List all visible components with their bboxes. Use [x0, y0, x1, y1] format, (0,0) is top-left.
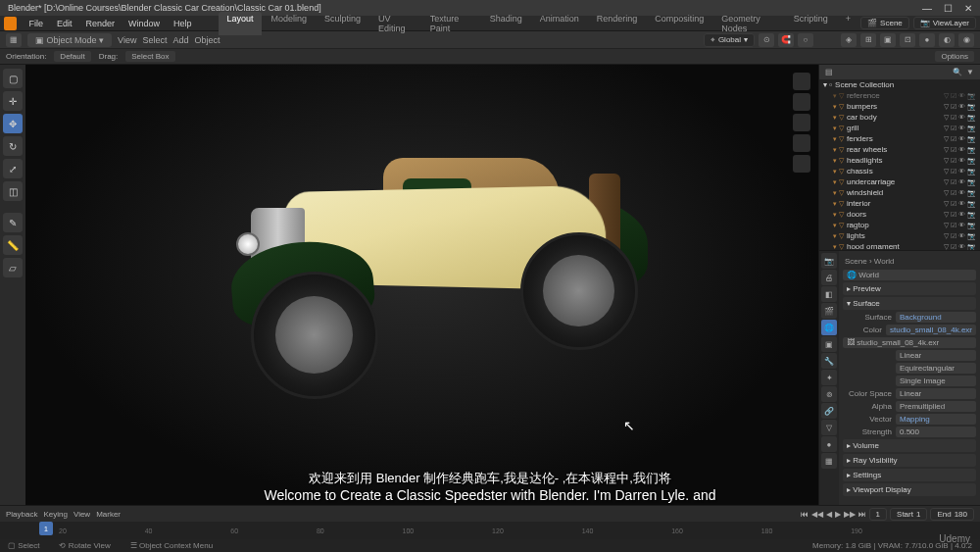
transform-orientation[interactable]: ⌖ Global ▾	[704, 33, 755, 47]
frame-end[interactable]: End 180	[930, 508, 974, 521]
outliner-item[interactable]: ▾ ▽grill▽ ☑ 👁 📷	[819, 123, 980, 133]
timeline-view-menu[interactable]: View	[74, 510, 90, 519]
tab-uv-editing[interactable]: UV Editing	[370, 12, 420, 35]
outliner-item[interactable]: ▾ ▽lights▽ ☑ 👁 📷	[819, 230, 980, 241]
camera-gizmo-icon[interactable]	[793, 134, 810, 152]
scene-selector[interactable]: 🎬 Scene	[860, 17, 909, 29]
tab-scripting[interactable]: Scripting	[786, 12, 836, 35]
frame-current[interactable]: 1	[869, 508, 887, 521]
tool-rotate[interactable]: ↻	[3, 136, 23, 156]
jump-start-icon[interactable]: ⏮	[801, 510, 808, 519]
tab-layout[interactable]: Layout	[219, 12, 261, 35]
props-tab-particle[interactable]: ✦	[821, 370, 837, 385]
outliner-item[interactable]: ▾ ▽windshield▽ ☑ 👁 📷	[819, 187, 980, 198]
props-tab-render[interactable]: 📷	[821, 253, 837, 269]
strength-value[interactable]: 0.500	[896, 427, 976, 437]
section-rayvis[interactable]: ▸ Ray Visibility	[843, 454, 976, 467]
nav-gizmo-icon[interactable]	[793, 73, 810, 90]
outliner-item[interactable]: ▾ ▽fenders▽ ☑ 👁 📷	[819, 133, 980, 144]
tool-measure[interactable]: 📏	[3, 235, 23, 255]
tool-transform[interactable]: ◫	[3, 181, 23, 201]
shading-wire-icon[interactable]: ⊡	[900, 33, 915, 47]
tab-modeling[interactable]: Modeling	[264, 12, 316, 35]
outliner-item[interactable]: ▾ ▽undercarriage▽ ☑ 👁 📷	[819, 176, 980, 187]
outliner-item[interactable]: ▾ ▽doors▽ ☑ 👁 📷	[819, 209, 980, 220]
object-menu[interactable]: Object	[194, 35, 220, 45]
close-icon[interactable]: ✕	[964, 3, 972, 14]
next-key-icon[interactable]: ▶▶	[844, 510, 856, 519]
projection-mode[interactable]: Equirectangular	[896, 363, 976, 374]
section-viewport-display[interactable]: ▸ Viewport Display	[843, 483, 976, 496]
mode-selector[interactable]: ▣ Object Mode ▾	[27, 33, 112, 47]
props-tab-modifier[interactable]: 🔧	[821, 353, 837, 369]
shading-matprev-icon[interactable]: ◐	[939, 33, 955, 47]
filter-icon[interactable]: ▤	[825, 68, 833, 76]
menu-window[interactable]: Window	[122, 19, 166, 28]
tab-compositing[interactable]: Compositing	[647, 12, 711, 35]
timeline-playback-menu[interactable]: Playback	[6, 510, 37, 519]
menu-help[interactable]: Help	[168, 19, 198, 28]
search-icon[interactable]: 🔍	[953, 68, 962, 76]
props-tab-texture[interactable]: ▦	[821, 453, 837, 469]
jump-end-icon[interactable]: ⏭	[858, 510, 866, 519]
props-tab-physics[interactable]: ⊚	[821, 386, 837, 402]
tool-select-box[interactable]: ▢	[3, 69, 23, 88]
view-menu[interactable]: View	[118, 35, 136, 45]
section-volume[interactable]: ▸ Volume	[843, 439, 976, 452]
tab-shading[interactable]: Shading	[482, 12, 530, 35]
alpha-mode[interactable]: Premultiplied	[896, 401, 976, 412]
tool-cursor[interactable]: ✛	[3, 91, 23, 111]
tab-animation[interactable]: Animation	[532, 12, 587, 35]
snap-icon[interactable]: 🧲	[778, 33, 794, 47]
prev-key-icon[interactable]: ◀◀	[811, 510, 823, 519]
timeline-marker-menu[interactable]: Marker	[96, 510, 121, 519]
outliner-item[interactable]: ▾ ▽reference▽ ☑ 👁 📷	[819, 90, 980, 101]
section-preview[interactable]: ▸ Preview	[843, 282, 976, 295]
blender-logo-icon[interactable]	[4, 17, 17, 30]
tab-rendering[interactable]: Rendering	[589, 12, 646, 35]
tab-sculpting[interactable]: Sculpting	[317, 12, 368, 35]
outliner-item[interactable]: ▾ ▽car body▽ ☑ 👁 📷	[819, 112, 980, 123]
props-tab-output[interactable]: 🖨	[821, 270, 837, 285]
viewlayer-selector[interactable]: 📷 ViewLayer	[913, 17, 976, 29]
shading-solid-icon[interactable]: ●	[919, 33, 935, 47]
pan-gizmo-icon[interactable]	[793, 114, 810, 131]
drag-value[interactable]: Select Box	[125, 51, 174, 62]
image-mode[interactable]: Single Image	[896, 376, 976, 386]
colorspace[interactable]: Linear	[896, 388, 976, 399]
outliner-scene-collection[interactable]: ▾ ▫Scene Collection	[819, 79, 980, 90]
menu-render[interactable]: Render	[79, 19, 121, 28]
timeline-keying-menu[interactable]: Keying	[43, 510, 67, 519]
shading-rendered-icon[interactable]: ◉	[958, 33, 974, 47]
color-value[interactable]: studio_small_08_4k.exr	[886, 325, 976, 335]
tool-add[interactable]: ▱	[3, 258, 23, 277]
proportional-icon[interactable]: ○	[798, 33, 813, 47]
props-tab-object[interactable]: ▣	[821, 336, 837, 352]
props-tab-material[interactable]: ●	[821, 436, 837, 452]
props-tab-scene[interactable]: 🎬	[821, 303, 837, 319]
props-tab-viewlayer[interactable]: ◧	[821, 286, 837, 302]
zoom-gizmo-icon[interactable]	[793, 93, 810, 111]
props-tab-data[interactable]: ▽	[821, 420, 837, 435]
maximize-icon[interactable]: ☐	[944, 3, 953, 14]
timeline-track[interactable]: 1 20406080100120140160180190	[0, 522, 980, 539]
menu-file[interactable]: File	[23, 19, 49, 28]
outliner-item[interactable]: ▾ ▽headlights▽ ☑ 👁 📷	[819, 155, 980, 166]
playhead[interactable]: 1	[39, 522, 53, 535]
funnel-icon[interactable]: ▼	[966, 68, 974, 76]
tool-move[interactable]: ✥	[3, 114, 23, 133]
outliner[interactable]: ▤ 🔍 ▼ ▾ ▫Scene Collection ▾ ▽reference▽ …	[819, 65, 980, 250]
3d-viewport[interactable]: ↖	[25, 65, 818, 505]
tool-scale[interactable]: ⤢	[3, 159, 23, 178]
play-icon[interactable]: ▶	[835, 510, 841, 519]
outliner-item[interactable]: ▾ ▽ragtop▽ ☑ 👁 📷	[819, 220, 980, 230]
tab-texture-paint[interactable]: Texture Paint	[422, 12, 480, 35]
vector-input[interactable]: Mapping	[896, 414, 976, 425]
props-tab-constraint[interactable]: 🔗	[821, 403, 837, 419]
section-settings[interactable]: ▸ Settings	[843, 469, 976, 481]
play-rev-icon[interactable]: ◀	[826, 510, 832, 519]
editor-type-icon[interactable]: ▦	[6, 33, 22, 47]
gizmo-toggle-icon[interactable]: ◈	[841, 33, 857, 47]
world-datablock[interactable]: 🌐 World	[843, 270, 976, 280]
tab-geometry-nodes[interactable]: Geometry Nodes	[713, 12, 784, 35]
